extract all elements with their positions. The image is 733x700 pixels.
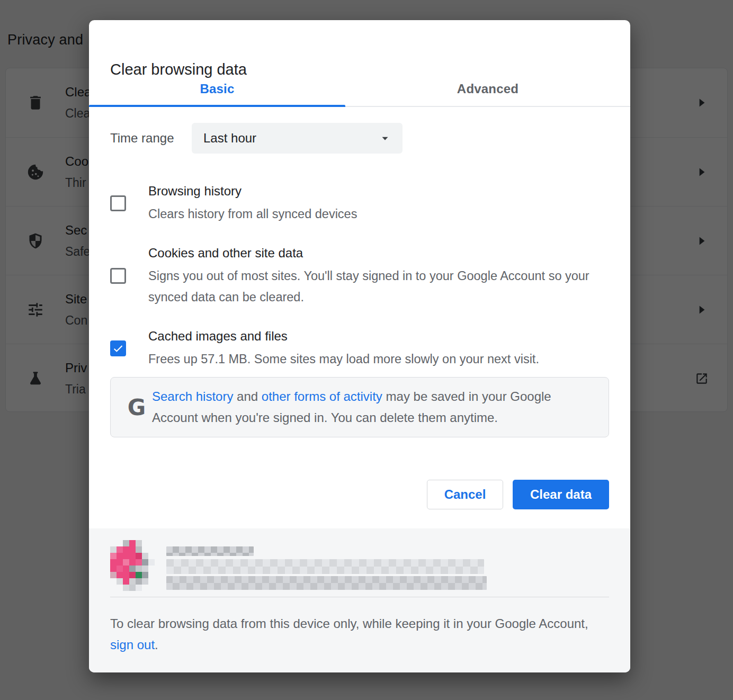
option-title: Browsing history — [148, 182, 609, 200]
dialog-actions: Cancel Clear data — [427, 480, 609, 509]
time-range-label: Time range — [110, 131, 192, 146]
chevron-down-icon — [379, 132, 391, 144]
footer-divider — [110, 597, 609, 597]
redacted-account-line — [166, 559, 484, 574]
active-tab-underline — [89, 105, 345, 107]
search-history-link[interactable]: Search history — [152, 389, 233, 403]
time-range-select[interactable]: Last hour — [192, 123, 403, 154]
google-g-icon: G — [121, 394, 152, 420]
sign-out-link[interactable]: sign out — [110, 638, 155, 652]
google-account-notice: G Search history and other forms of acti… — [110, 377, 609, 437]
signout-text-segment: To clear browsing data from this device … — [110, 616, 588, 631]
avatar — [110, 540, 161, 591]
option-description: Frees up 57.1 MB. Some sites may load mo… — [148, 348, 609, 370]
cookies-checkbox[interactable] — [110, 268, 126, 284]
option-cookies: Cookies and other site data Signs you ou… — [110, 244, 609, 308]
cancel-button[interactable]: Cancel — [427, 480, 503, 509]
other-activity-link[interactable]: other forms of activity — [262, 389, 382, 403]
tab-advanced[interactable]: Advanced — [345, 72, 630, 106]
dialog-footer: To clear browsing data from this device … — [89, 528, 630, 672]
redacted-account-email — [166, 576, 487, 590]
cached-images-checkbox[interactable] — [110, 340, 126, 356]
time-range-row: Time range Last hour — [110, 123, 403, 154]
signout-text: To clear browsing data from this device … — [110, 613, 609, 656]
signout-text-segment: . — [155, 638, 158, 652]
option-browsing-history: Browsing history Clears history from all… — [110, 182, 609, 225]
browsing-history-checkbox[interactable] — [110, 195, 126, 211]
notice-text-segment: and — [233, 389, 261, 403]
time-range-value: Last hour — [203, 131, 256, 146]
option-title: Cookies and other site data — [148, 244, 609, 262]
option-description: Signs you out of most sites. You'll stay… — [148, 265, 609, 308]
redacted-account-name — [166, 546, 254, 556]
option-cached-images: Cached images and files Frees up 57.1 MB… — [110, 327, 609, 370]
tab-basic[interactable]: Basic — [89, 72, 345, 106]
redacted-account-info — [166, 540, 487, 590]
signed-in-account-row — [110, 528, 609, 591]
option-description: Clears history from all synced devices — [148, 203, 609, 225]
clear-browsing-data-dialog: Clear browsing data Basic Advanced Time … — [89, 20, 630, 672]
dialog-tabs: Basic Advanced — [89, 72, 630, 107]
notice-text: Search history and other forms of activi… — [152, 386, 593, 428]
clear-data-button[interactable]: Clear data — [513, 480, 609, 509]
option-title: Cached images and files — [148, 327, 609, 345]
clear-options-list: Browsing history Clears history from all… — [110, 182, 609, 370]
